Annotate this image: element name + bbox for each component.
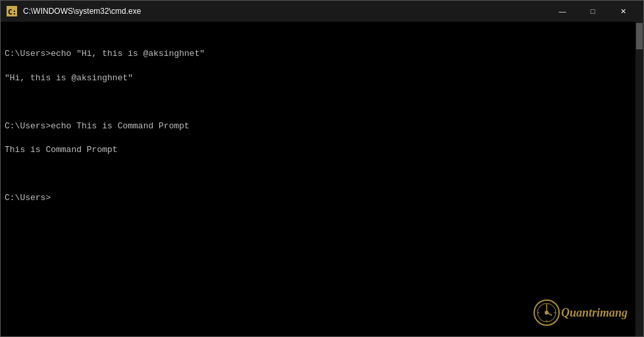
window-controls: — □ ✕: [547, 1, 638, 22]
console-line: C:\Users>echo This is Command Prompt: [5, 120, 632, 132]
watermark: Quantrimang: [533, 299, 628, 326]
console-line: [5, 168, 632, 180]
cmd-icon: C:: [6, 5, 18, 17]
titlebar: C: C:\WINDOWS\system32\cmd.exe — □ ✕: [1, 1, 643, 22]
watermark-logo-icon: [533, 299, 560, 326]
scrollbar-thumb[interactable]: [636, 23, 643, 49]
watermark-text: Quantrimang: [561, 306, 628, 320]
maximize-button[interactable]: □: [578, 1, 608, 22]
minimize-button[interactable]: —: [547, 1, 578, 22]
console-line: "Hi, this is @aksinghnet": [5, 72, 632, 84]
scrollbar[interactable]: [635, 22, 643, 336]
console-line: This is Command Prompt: [5, 144, 632, 156]
console-container: C:\Users>echo "Hi, this is @aksinghnet" …: [1, 22, 643, 336]
console-line: [5, 24, 632, 36]
console-line: C:\Users>: [5, 192, 632, 204]
close-button[interactable]: ✕: [608, 1, 638, 22]
console-area[interactable]: C:\Users>echo "Hi, this is @aksinghnet" …: [1, 22, 635, 336]
svg-text:C:: C:: [8, 8, 16, 16]
cmd-window: C: C:\WINDOWS\system32\cmd.exe — □ ✕ C:\…: [0, 0, 644, 337]
window-title: C:\WINDOWS\system32\cmd.exe: [23, 7, 547, 16]
console-line: C:\Users>echo "Hi, this is @aksinghnet": [5, 48, 632, 60]
console-line: [5, 96, 632, 108]
console-output: C:\Users>echo "Hi, this is @aksinghnet" …: [5, 24, 632, 204]
